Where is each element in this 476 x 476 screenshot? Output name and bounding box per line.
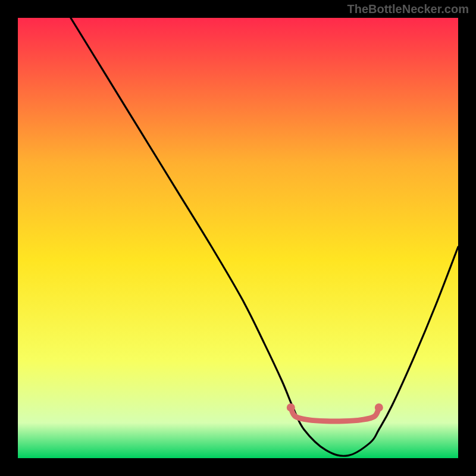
chart-svg <box>18 18 458 458</box>
gradient-background <box>18 18 458 458</box>
marker-dot <box>287 403 295 412</box>
watermark-text: TheBottleNecker.com <box>347 2 469 16</box>
marker-dot <box>375 403 383 412</box>
chart-area <box>18 18 458 458</box>
